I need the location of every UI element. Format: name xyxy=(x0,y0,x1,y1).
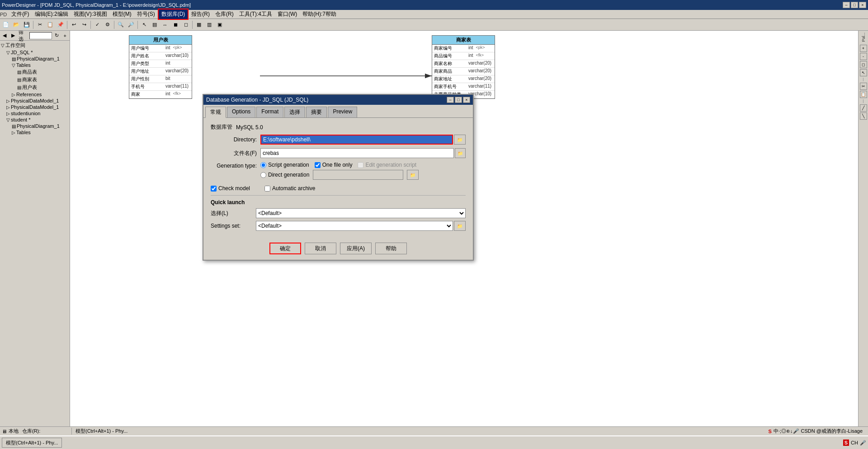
auto-archive-label: Automatic archive xyxy=(272,185,315,192)
dialog-restore-btn[interactable]: □ xyxy=(455,97,462,103)
settings-dropdown[interactable]: <Default> xyxy=(256,221,453,231)
direct-gen-label: Direct generation xyxy=(268,172,309,178)
dialog-tabs: 常规 Options Format 选择 摘要 Preview xyxy=(203,105,473,118)
quick-launch-section: Quick launch 选择(L) <Default> Settings se… xyxy=(211,195,466,231)
one-file-option[interactable]: One file only xyxy=(315,162,353,168)
browse-folder-icon: 📁 xyxy=(457,137,462,142)
filename-input[interactable] xyxy=(260,148,454,158)
one-file-label: One file only xyxy=(322,162,353,168)
auto-archive-checkbox[interactable] xyxy=(264,186,270,192)
help-button[interactable]: 帮助 xyxy=(375,243,407,254)
tab-options[interactable]: Options xyxy=(227,107,255,117)
dialog-title-bar: Database Generation - JD_SQL (JD_SQL) – … xyxy=(203,95,473,105)
one-file-checkbox[interactable] xyxy=(315,162,321,168)
edit-script-option: Edit generation script xyxy=(358,162,416,168)
script-gen-label: Script generation xyxy=(268,162,309,168)
dialog-minimize-btn[interactable]: – xyxy=(447,97,454,103)
ok-button[interactable]: 确定 xyxy=(269,243,301,254)
check-model-label: Check model xyxy=(218,185,250,192)
dialog: Database Generation - JD_SQL (JD_SQL) – … xyxy=(203,94,474,261)
gen-type-options: Script generation One file only Edit gen… xyxy=(260,162,466,180)
db-manager-label: 数据库管 xyxy=(211,123,232,131)
edit-script-label: Edit generation script xyxy=(365,162,416,168)
script-gen-radio[interactable] xyxy=(260,162,266,168)
direct-gen-browse-btn[interactable]: 📁 xyxy=(407,170,419,180)
directory-label: Directory: xyxy=(211,136,260,143)
db-manager-row: 数据库管 MySQL 5.0 xyxy=(211,123,466,131)
db-manager-value: MySQL 5.0 xyxy=(236,124,263,131)
filename-input-group: 📁 xyxy=(260,148,466,158)
gen-type-label: Generation type: xyxy=(211,162,260,169)
tab-format[interactable]: Format xyxy=(256,107,283,117)
edit-script-checkbox xyxy=(358,162,363,168)
dialog-title: Database Generation - JD_SQL (JD_SQL) xyxy=(206,97,308,103)
dialog-close-btn[interactable]: × xyxy=(463,97,470,103)
filename-row: 文件名(F) 📁 xyxy=(211,148,466,158)
settings-label: Settings set: xyxy=(211,223,256,229)
quick-launch-label: Quick launch xyxy=(211,199,466,206)
direct-gen-input[interactable] xyxy=(313,170,403,180)
direct-gen-option[interactable]: Direct generation xyxy=(260,172,309,178)
script-gen-option[interactable]: Script generation xyxy=(260,162,309,168)
select-row: 选择(L) <Default> xyxy=(211,208,466,218)
direct-gen-radio[interactable] xyxy=(260,172,266,178)
directory-input-group: 📁 xyxy=(260,135,466,145)
gen-type-row-2: Direct generation 📁 xyxy=(260,170,466,180)
select-input-group: <Default> xyxy=(256,208,466,218)
dialog-footer: 确定 取消 应用(A) 帮助 xyxy=(203,239,473,260)
settings-browse-btn[interactable]: 📁 xyxy=(454,221,466,231)
dialog-overlay: Database Generation - JD_SQL (JD_SQL) – … xyxy=(0,0,868,449)
directory-browse-btn[interactable]: 📁 xyxy=(454,135,466,145)
tab-general[interactable]: 常规 xyxy=(205,107,226,118)
settings-row: Settings set: <Default> 📁 xyxy=(211,221,466,231)
tab-summary[interactable]: 摘要 xyxy=(306,107,327,117)
tab-preview[interactable]: Preview xyxy=(328,107,357,117)
filename-folder-icon: 📁 xyxy=(458,151,463,156)
select-dropdown[interactable]: <Default> xyxy=(256,208,466,218)
filename-label: 文件名(F) xyxy=(211,150,260,157)
settings-folder-icon: 📁 xyxy=(457,224,462,229)
dialog-controls: – □ × xyxy=(447,97,470,103)
gen-type-row-1: Script generation One file only Edit gen… xyxy=(260,162,466,168)
directory-input[interactable] xyxy=(260,135,453,145)
cancel-button[interactable]: 取消 xyxy=(305,243,336,254)
direct-gen-folder-icon: 📁 xyxy=(410,173,415,178)
check-model-checkbox[interactable] xyxy=(211,186,217,192)
gen-type-row: Generation type: Script generation One f… xyxy=(211,162,466,180)
auto-archive-option[interactable]: Automatic archive xyxy=(264,185,315,192)
check-model-row: Check model Automatic archive xyxy=(211,183,466,192)
tab-select[interactable]: 选择 xyxy=(284,107,305,117)
filename-browse-btn[interactable]: 📁 xyxy=(455,148,466,158)
apply-button[interactable]: 应用(A) xyxy=(340,243,372,254)
dialog-body: 数据库管 MySQL 5.0 Directory: 📁 文件名(F) xyxy=(203,118,473,239)
directory-row: Directory: 📁 xyxy=(211,135,466,145)
select-label: 选择(L) xyxy=(211,210,256,217)
settings-input-group: <Default> 📁 xyxy=(256,221,466,231)
check-model-option[interactable]: Check model xyxy=(211,185,250,192)
